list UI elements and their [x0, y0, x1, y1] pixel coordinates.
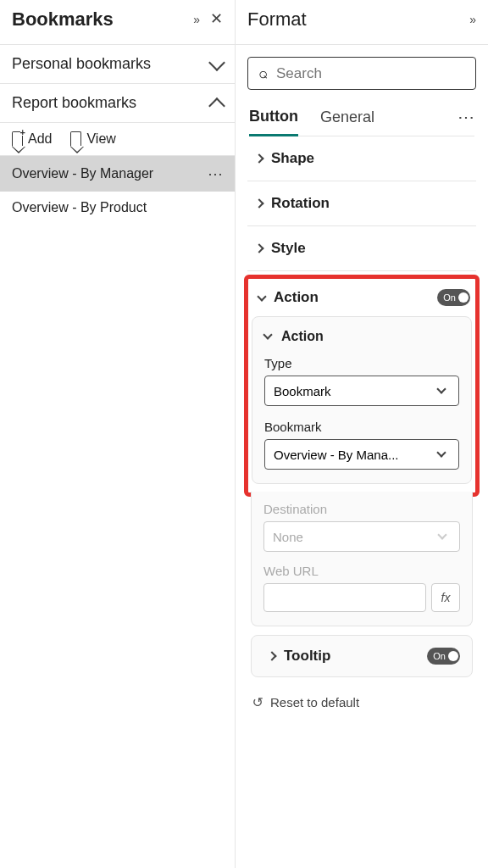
toggle-on-label: On [433, 651, 446, 661]
add-label: Add [28, 131, 52, 147]
close-icon[interactable]: ✕ [210, 13, 223, 26]
destination-label: Destination [263, 502, 460, 516]
bookmark-select[interactable]: Overview - By Mana... [264, 439, 459, 470]
action-label: Action [274, 289, 437, 306]
style-label: Style [271, 240, 473, 257]
reset-icon: ↻ [252, 694, 263, 710]
toggle-knob [448, 651, 458, 661]
chevron-down-icon [436, 384, 446, 393]
shape-label: Shape [271, 150, 473, 167]
add-bookmark-button[interactable]: + Add [12, 131, 52, 147]
chevron-down-icon [208, 54, 225, 71]
chevron-right-icon [254, 243, 263, 253]
rotation-label: Rotation [271, 195, 473, 212]
search-input[interactable] [276, 65, 465, 82]
view-bookmark-button[interactable]: View [70, 131, 115, 147]
tab-button[interactable]: Button [249, 108, 298, 136]
chevron-right-icon [254, 198, 263, 208]
bookmark-item-label: Overview - By Manager [12, 166, 208, 181]
action-row[interactable]: Action On [248, 279, 475, 316]
bookmarks-title: Bookmarks [12, 8, 193, 31]
bookmark-label: Bookmark [264, 420, 459, 434]
toggle-knob [458, 292, 469, 303]
personal-bookmarks-section[interactable]: Personal bookmarks [0, 45, 235, 84]
bookmark-item-label: Overview - By Product [12, 200, 223, 215]
chevron-down-icon [436, 448, 446, 457]
personal-bookmarks-label: Personal bookmarks [12, 55, 211, 73]
bookmark-action-bar: + Add View [0, 123, 235, 156]
weburl-input [263, 583, 426, 612]
collapse-icon[interactable]: » [469, 13, 476, 26]
search-input-wrap[interactable]: ⌕ [247, 57, 476, 90]
format-title: Format [247, 8, 469, 31]
fx-button[interactable]: fx [431, 583, 460, 612]
action-card-header[interactable]: Action [264, 329, 459, 344]
action-toggle[interactable]: On [437, 289, 470, 306]
rotation-row[interactable]: Rotation [247, 181, 476, 226]
bookmarks-header: Bookmarks » ✕ [0, 0, 235, 45]
search-icon: ⌕ [258, 64, 268, 82]
chevron-down-icon [263, 330, 272, 339]
tooltip-label: Tooltip [284, 648, 427, 665]
reset-to-default[interactable]: ↻ Reset to default [247, 686, 476, 722]
destination-select: None [263, 521, 460, 552]
tab-general[interactable]: General [320, 108, 374, 135]
style-row[interactable]: Style [247, 226, 476, 271]
type-select[interactable]: Bookmark [264, 376, 459, 406]
type-label: Type [264, 356, 459, 370]
reset-label: Reset to default [270, 695, 359, 709]
tooltip-row[interactable]: Tooltip On [263, 648, 460, 665]
bookmark-value: Overview - By Mana... [274, 448, 438, 462]
weburl-label: Web URL [263, 564, 460, 578]
bookmark-add-icon: + [12, 131, 23, 147]
format-pane: Format » ⌕ Button General ⋯ Shape Rotati… [236, 0, 488, 868]
bookmarks-pane: Bookmarks » ✕ Personal bookmarks Report … [0, 0, 236, 868]
chevron-down-icon [257, 292, 266, 301]
shape-row[interactable]: Shape [247, 136, 476, 181]
bookmark-view-icon [70, 131, 81, 147]
collapse-icon[interactable]: » [193, 13, 200, 26]
chevron-up-icon [208, 97, 225, 114]
format-tabs: Button General ⋯ [249, 107, 474, 136]
destination-value: None [273, 530, 439, 544]
bookmark-item[interactable]: Overview - By Manager ⋯ [0, 156, 235, 192]
bookmark-item[interactable]: Overview - By Product [0, 192, 235, 224]
tooltip-toggle[interactable]: On [427, 648, 460, 665]
chevron-down-icon [437, 530, 446, 539]
action-card: Action Type Bookmark Bookmark Overview -… [252, 316, 472, 484]
chevron-right-icon [254, 153, 263, 163]
tooltip-card: Tooltip On [251, 635, 473, 677]
chevron-right-icon [267, 651, 276, 660]
type-value: Bookmark [274, 384, 438, 398]
action-card-title: Action [281, 329, 324, 344]
report-bookmarks-section[interactable]: Report bookmarks [0, 84, 235, 123]
format-header: Format » [236, 0, 488, 45]
report-bookmarks-label: Report bookmarks [12, 94, 211, 112]
action-card-lower: Destination None Web URL fx [251, 492, 473, 626]
tab-more-icon[interactable]: ⋯ [458, 107, 474, 136]
toggle-on-label: On [443, 292, 456, 303]
action-highlight: Action On Action Type Bookmark Bookmark [244, 275, 480, 497]
more-icon[interactable]: ⋯ [208, 164, 223, 183]
view-label: View [86, 131, 115, 147]
